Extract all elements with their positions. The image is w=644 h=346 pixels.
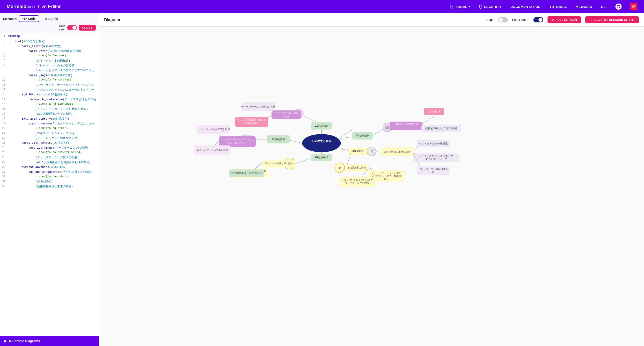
- mindmap-svg: AIの歴史と進化 20世紀後半: [99, 26, 644, 346]
- save-icon: 🔖: [589, 18, 593, 22]
- save-label: SAVE TO MERMAID CHART: [594, 18, 635, 22]
- code-line: 2 root(AIの歴史と進化): [0, 39, 99, 44]
- code-line: 17 (AIの基礎理論と初期の研究): [0, 112, 99, 116]
- svg-text:ルネ・デカルトの機械論: ルネ・デカルトの機械論: [419, 142, 448, 145]
- top-nav: Mermaidv10.9.1 Live Editor THEME ▾ SECUR…: [0, 0, 644, 13]
- diagram-toolbar: Diagram Rough Pan & Zoom ⤢ FULL SCREEN 🔖…: [99, 13, 644, 26]
- logo-text: Mermaidv10.9.1: [6, 4, 35, 10]
- rough-label: Rough: [484, 18, 494, 22]
- formal-logic-node: ⚙ 形式論理の進化: [335, 153, 369, 173]
- ai-basics-node: AIの基礎理論と初期の研究: [229, 162, 264, 177]
- config-tab[interactable]: ⚙ Config: [41, 16, 61, 22]
- github-icon[interactable]: [616, 4, 622, 10]
- code-line: 12 (マカロックとピッツのニューラルネットワー: [0, 88, 99, 92]
- security-nav-item[interactable]: SECURITY: [479, 4, 502, 8]
- code-line: 14 dartmouth_conference(ダートマス会議とAIの誕: [0, 97, 99, 102]
- svg-text:ダートマス会議とAIの誕生: ダートマス会議とAIの誕生: [264, 162, 294, 165]
- svg-text:AIによる画像認識と自然言: AIによる画像認識と自然言: [237, 118, 266, 121]
- sample-diagrams-label: ▶ Sample Diagrams: [9, 339, 40, 343]
- cli-nav-item[interactable]: CLI: [601, 5, 607, 8]
- code-line: 31 (AGIの探求): [0, 179, 99, 184]
- svg-text:ニューロファジィ: ニューロファジィ: [228, 142, 247, 144]
- code-line: 19 expert_systems(エキスパートシステムとニュー: [0, 121, 99, 126]
- code-line: 5 ::icon(fa fa-book): [0, 54, 99, 58]
- fullscreen-button[interactable]: ⤢ FULL SCREEN: [548, 16, 581, 23]
- code-line: 6 (ルネ・デカルトの機械論): [0, 58, 99, 63]
- svg-text:理』: 理』: [384, 178, 389, 180]
- rough-toggle[interactable]: [498, 17, 508, 22]
- main-layout: Mermaid </> Code ⚙ Config Autosync ■ DOC…: [0, 13, 644, 346]
- code-tab-label: Code: [28, 17, 36, 20]
- early-hist-node: 初期の歴史: [340, 148, 368, 155]
- code-line: 18 late_20th_century(20世紀後半): [0, 116, 99, 121]
- code-tab[interactable]: </> Code: [19, 16, 39, 22]
- editor-label: Live Editor: [38, 4, 61, 10]
- svg-text:初期の歴史: 初期の歴史: [351, 150, 364, 152]
- code-line: 1 mindmap: [0, 34, 99, 39]
- svg-text:ブレーズ・パスカルの計算: ブレーズ・パスカルの計算: [419, 168, 448, 170]
- code-line: 32 (技術的特異点と未来の展望）: [0, 184, 99, 189]
- code-line: 11 (バートランド・ラッセルとホワイトヘッドの: [0, 83, 99, 88]
- shield-icon: [479, 4, 483, 8]
- svg-text:AIの歴史と進化: AIの歴史と進化: [312, 139, 332, 143]
- svg-text:バートランド・ラッセルと: バートランド・ラッセルと: [372, 172, 401, 174]
- code-line: 28 current_advances(現代の進歩): [0, 165, 99, 170]
- center-node: AIの歴史と進化: [302, 134, 341, 152]
- code-icon: </>: [22, 17, 27, 20]
- svg-text:🤖: 🤖: [385, 125, 390, 129]
- svg-line-6: [340, 148, 348, 151]
- chevron-right-icon: ▶: [4, 339, 7, 343]
- code-line: 22 (ニューロファジィの研究と応用): [0, 136, 99, 141]
- mermaid-nav-item[interactable]: MERMAID: [576, 5, 592, 8]
- pan-zoom-label: Pan & Zoom: [512, 18, 529, 22]
- neuro-node: ニューロファジィの研究と応用: [196, 125, 230, 136]
- svg-line-25: [303, 116, 317, 122]
- nav-items: THEME ▾ SECURITY DOCUMENTATION TUTORIAL …: [450, 3, 638, 10]
- code-line: 16 (ジョン・マッカーシーとAI用語の創造): [0, 107, 99, 112]
- docs-button[interactable]: ■ DOCS: [79, 24, 96, 30]
- expert-node: 🧠 エキスパートシステムと ニューロファジィ: [219, 135, 267, 147]
- svg-line-41: [372, 130, 383, 136]
- babbage-node: バベッジとラプレスのプログラ マブルコンピュータ: [414, 154, 459, 162]
- mid20-node: 20世紀中頃: [311, 152, 332, 161]
- code-line: 10 ::icon(fa fa-sitemap): [0, 78, 99, 83]
- svg-line-46: [421, 116, 435, 124]
- code-line: 3 early_history(初期の歴史): [0, 44, 99, 49]
- svg-text:17世紀初めの重要な貢献: 17世紀初めの重要な貢献: [383, 150, 410, 153]
- pan-zoom-toggle[interactable]: [534, 17, 543, 22]
- future-node: 技術的特異点と未来の展望: [421, 125, 461, 132]
- dartmouth-node: 💡 ダートマス会議とAIの誕生: [262, 158, 311, 169]
- right-panel: Diagram Rough Pan & Zoom ⤢ FULL SCREEN 🔖…: [99, 13, 644, 346]
- early-works-node: 📋 17世紀初めの重要な貢献: [367, 147, 414, 156]
- svg-text:21世紀初頭: 21世紀初頭: [315, 124, 328, 127]
- code-editor[interactable]: 1 mindmap 2 root(AIの歴史と進化) 3 early_histo…: [0, 34, 99, 336]
- agi-node: 🤖 汎用AIと技術的特異点: [372, 122, 423, 136]
- mermaid-m-logo[interactable]: M: [630, 3, 638, 10]
- theme-icon: [450, 4, 454, 9]
- code-line: 15 ::icon(fa fa-lightbulb): [0, 102, 99, 107]
- code-line: 13 mid_20th_century(20世紀中頃): [0, 92, 99, 97]
- svg-line-5: [340, 130, 353, 138]
- svg-text:マブルコンピュータ: マブルコンピュータ: [425, 158, 447, 160]
- svg-point-1: [302, 134, 341, 152]
- svg-text:台頭: 台頭: [284, 115, 289, 118]
- theme-button[interactable]: THEME ▾: [450, 4, 470, 9]
- deep-learning-node: ⚙ ディープラーニングの 台頭: [272, 109, 317, 122]
- autosync-area: Autosync ■ DOCS: [59, 24, 96, 31]
- autosync-toggle[interactable]: [67, 25, 77, 30]
- save-to-mermaid-chart-button[interactable]: 🔖 SAVE TO MERMAID CHART: [585, 16, 639, 23]
- diagram-canvas[interactable]: AIの歴史と進化 20世紀後半: [99, 26, 644, 346]
- svg-text:機: 機: [432, 171, 434, 174]
- code-line: 24 deep_learning(ディープラーニングの台頭）: [0, 146, 99, 150]
- mermaid-editor-label: Mermaid: [3, 17, 17, 21]
- config-tab-label: Config: [48, 17, 58, 20]
- diagram-title: Diagram: [104, 18, 120, 22]
- sample-diagrams[interactable]: ▶ ▶ Sample Diagrams: [0, 336, 99, 346]
- svg-text:現代の進歩: 現代の進歩: [356, 134, 369, 137]
- svg-text:20世紀中頃: 20世紀中頃: [315, 156, 328, 159]
- tutorial-nav-item[interactable]: TUTORIAL: [550, 5, 567, 8]
- agi-search-node: AGIの探求: [421, 108, 444, 124]
- code-line: 9 formal_logic(形式論理の進化): [0, 73, 99, 78]
- documentation-nav-item[interactable]: DOCUMENTATION: [510, 5, 541, 8]
- svg-text:バベッジとラプレスのプログラ: バベッジとラプレスのプログラ: [419, 154, 453, 157]
